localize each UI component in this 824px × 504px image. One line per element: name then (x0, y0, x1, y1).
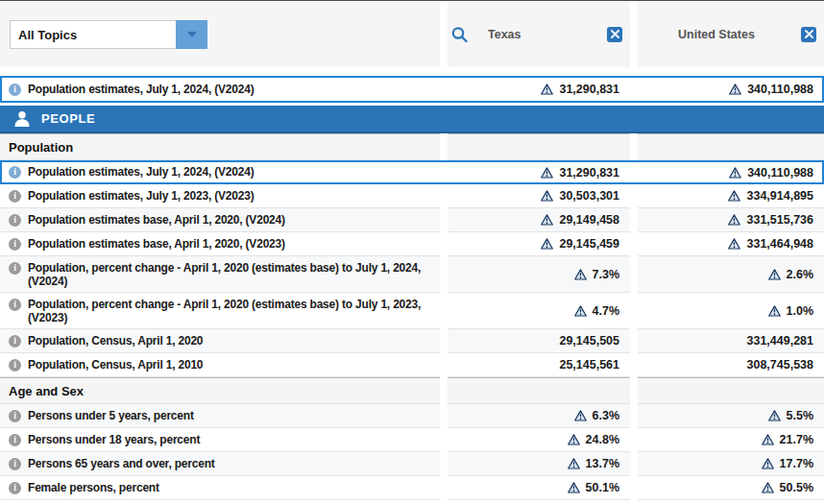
fact-value-cell: 29,145,459 (448, 232, 630, 256)
fact-value: 21.7% (780, 433, 813, 446)
fact-label-cell: iPersons 65 years and over, percent (0, 452, 440, 476)
topics-header-cell: All Topics (0, 1, 440, 67)
fact-label-cell: iPopulation, Census, April 1, 2020 (0, 329, 440, 353)
estimate-flag-icon[interactable] (541, 190, 553, 202)
fact-label: Persons under 18 years, percent (28, 433, 200, 446)
column-gap (440, 160, 448, 184)
column-gap (630, 160, 638, 184)
table-row: iPersons under 18 years, percent24.8%21.… (0, 428, 824, 452)
info-icon[interactable]: i (9, 262, 21, 275)
estimate-flag-icon[interactable] (574, 410, 587, 421)
info-icon[interactable]: i (9, 84, 21, 96)
estimate-flag-icon[interactable] (568, 482, 580, 493)
fact-label: Population, percent change - April 1, 20… (28, 298, 432, 324)
column-gap (440, 208, 448, 232)
search-icon[interactable] (450, 25, 469, 43)
estimate-flag-icon[interactable] (762, 434, 774, 445)
fact-value-cell: 331,449,281 (638, 329, 824, 353)
estimate-flag-icon[interactable] (762, 482, 774, 493)
info-icon[interactable]: i (9, 166, 21, 179)
fact-value: 24.8% (586, 433, 619, 446)
fact-value: 1.0% (787, 304, 814, 318)
section-header-empty-cell (448, 133, 630, 160)
estimate-flag-icon[interactable] (568, 458, 580, 469)
estimate-flag-icon[interactable] (728, 214, 740, 226)
column-gap (630, 232, 638, 256)
fact-label-cell: iPopulation estimates base, April 1, 202… (0, 232, 440, 256)
estimate-flag-icon[interactable] (768, 305, 781, 317)
section-banner-people[interactable]: PEOPLE (0, 106, 824, 133)
fact-label-cell: iPopulation estimates, July 1, 2024, (V2… (0, 76, 440, 103)
fact-label-cell: iPopulation, percent change - April 1, 2… (0, 293, 440, 329)
fact-label-cell: iPopulation, Census, April 1, 2010 (0, 353, 440, 377)
fact-value: 331,515,736 (746, 213, 813, 227)
estimate-flag-icon[interactable] (574, 269, 587, 280)
fact-value: 5.5% (787, 409, 814, 422)
table-row: iPersons under 5 years, percent6.3%5.5% (0, 404, 824, 428)
section-header-empty-cell (638, 133, 824, 160)
info-icon[interactable]: i (9, 482, 21, 494)
estimate-flag-icon[interactable] (762, 458, 774, 469)
topics-dropdown[interactable]: All Topics (10, 20, 207, 49)
pinned-fact-row-container: iPopulation estimates, July 1, 2024, (V2… (0, 76, 824, 103)
column-gap (630, 133, 638, 160)
info-icon[interactable]: i (9, 335, 21, 348)
fact-value: 7.3% (593, 268, 620, 281)
estimate-flag-icon[interactable] (541, 167, 553, 179)
info-icon[interactable]: i (9, 458, 21, 470)
column-gap (440, 377, 448, 404)
section-banner-title: PEOPLE (41, 111, 95, 126)
column-gap (440, 76, 448, 103)
estimate-flag-icon[interactable] (768, 269, 781, 280)
fact-label: Female persons, percent (28, 481, 159, 494)
fact-value: 17.7% (780, 457, 813, 470)
close-icon[interactable] (801, 27, 816, 42)
info-icon[interactable]: i (9, 359, 21, 372)
fact-value-cell: 6.3% (448, 404, 630, 428)
column-title: United States (678, 28, 755, 41)
estimate-flag-icon[interactable] (728, 190, 740, 202)
column-gap (440, 452, 448, 476)
fact-value-cell: 31,290,831 (448, 76, 630, 103)
fact-value: 2.6% (787, 268, 814, 281)
estimate-flag-icon[interactable] (768, 410, 781, 421)
person-icon (12, 110, 32, 128)
info-icon[interactable]: i (9, 190, 21, 203)
info-icon[interactable]: i (9, 238, 21, 251)
estimate-flag-icon[interactable] (574, 305, 587, 317)
estimate-flag-icon[interactable] (728, 238, 740, 250)
close-icon[interactable] (607, 27, 622, 42)
facts-table: PopulationiPopulation estimates, July 1,… (0, 133, 824, 500)
column-gap (440, 232, 448, 256)
fact-value: 31,290,831 (559, 83, 619, 96)
info-icon[interactable]: i (9, 410, 21, 422)
table-row: iPopulation estimates base, April 1, 202… (0, 208, 824, 232)
estimate-flag-icon[interactable] (729, 84, 741, 95)
info-icon[interactable]: i (9, 434, 21, 446)
fact-value-cell: 24.8% (448, 428, 630, 452)
column-gap (440, 256, 448, 293)
estimate-flag-icon[interactable] (729, 167, 741, 179)
fact-value: 331,449,281 (746, 334, 813, 348)
estimate-flag-icon[interactable] (568, 434, 580, 445)
estimate-flag-icon[interactable] (541, 214, 553, 226)
column-gap (630, 1, 638, 67)
column-gap (440, 353, 448, 377)
table-row: iPopulation estimates, July 1, 2023, (V2… (0, 184, 824, 208)
fact-label-cell: iPersons under 18 years, percent (0, 428, 440, 452)
table-row: iPopulation, percent change - April 1, 2… (0, 293, 824, 329)
fact-value-cell: 21.7% (638, 428, 824, 452)
info-icon[interactable]: i (9, 214, 21, 227)
section-header-title: Population (0, 133, 440, 160)
dropdown-arrow-icon[interactable] (176, 20, 207, 49)
pinned-fact-row: iPopulation estimates, July 1, 2024, (V2… (0, 76, 824, 103)
estimate-flag-icon[interactable] (541, 238, 553, 250)
table-row: iPersons 65 years and over, percent13.7%… (0, 452, 824, 476)
estimate-flag-icon[interactable] (541, 84, 553, 95)
info-icon[interactable]: i (9, 299, 21, 311)
column-gap (630, 329, 638, 353)
fact-label: Population, Census, April 1, 2010 (28, 358, 203, 372)
fact-label: Population, Census, April 1, 2020 (28, 334, 203, 348)
fact-label: Population estimates base, April 1, 2020… (28, 237, 285, 251)
section-header-empty-cell (638, 377, 824, 404)
